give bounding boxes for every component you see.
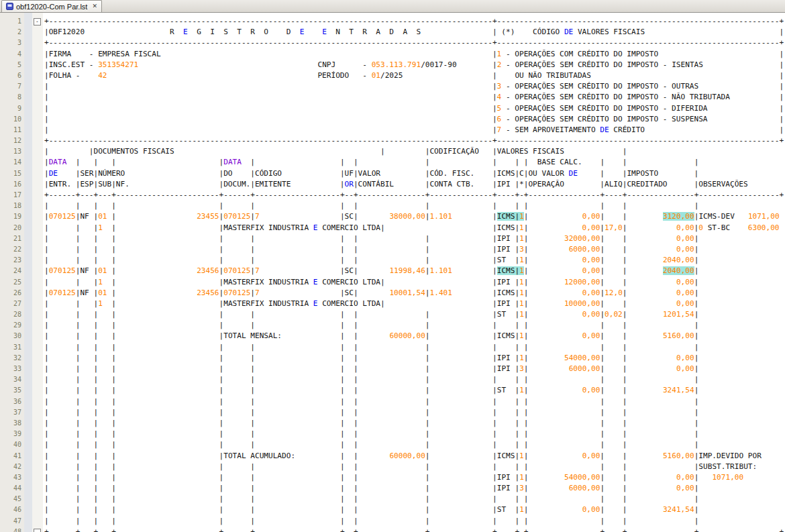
code-line[interactable]: | | | | | | | | | | | | | | | xyxy=(44,429,785,439)
code-line[interactable]: |OBF12020 R E G I S T R O D E E N T R A … xyxy=(44,27,785,38)
line-number: 16 xyxy=(0,179,21,190)
line-number: 21 xyxy=(0,233,21,244)
line-number: 11 xyxy=(0,125,21,136)
line-number: 37 xyxy=(0,407,21,418)
line-number: 9 xyxy=(0,103,21,114)
code-line[interactable]: |FOLHA - 42 PERÍODO - 01/2025 | OU NÃO T… xyxy=(44,70,785,81)
line-number: 5 xyxy=(0,60,21,70)
line-number: 13 xyxy=(0,146,21,157)
code-line[interactable]: | |4 - OPERAÇÕES SEM CRÉDITO DO IMPOSTO … xyxy=(44,92,785,103)
line-number: 45 xyxy=(0,494,21,504)
fold-collapse-icon[interactable]: - xyxy=(34,18,41,25)
code-line[interactable]: | | | | | | | | | | | | | | | xyxy=(44,516,785,527)
code-line[interactable]: | | |1 | |MASTERFIX INDUSTRIA E COMERCIO… xyxy=(44,223,785,233)
line-number: 6 xyxy=(0,70,21,81)
code-line[interactable]: | | | | | | | | | | | | | | | xyxy=(44,418,785,429)
line-number: 48 xyxy=(0,527,21,532)
code-line[interactable]: | |3 - OPERAÇÕES SEM CRÉDITO DO IMPOSTO … xyxy=(44,81,785,92)
editor: 1234567891011121314151617181920212223242… xyxy=(0,13,785,532)
code-line[interactable]: +---------------------------------------… xyxy=(44,136,785,146)
code-line[interactable]: | | | | | | | | | | | | | | | xyxy=(44,320,785,331)
code-line[interactable]: | | | | | | | | | |ST |1| 0,00| | 2040,0… xyxy=(44,255,785,266)
line-number: 43 xyxy=(0,472,21,483)
line-number: 25 xyxy=(0,277,21,288)
line-number: 10 xyxy=(0,114,21,125)
code-line[interactable]: | | | | |TOTAL MENSAL: | | 60000,00| |IC… xyxy=(44,331,785,341)
line-number: 46 xyxy=(0,504,21,515)
line-number: 2 xyxy=(0,27,21,38)
code-line[interactable]: | | |1 | |MASTERFIX INDUSTRIA E COMERCIO… xyxy=(44,277,785,288)
line-number: 41 xyxy=(0,451,21,462)
line-number: 24 xyxy=(0,266,21,276)
file-icon xyxy=(6,3,13,10)
code-line[interactable]: |070125|NF |01 | 23456|070125|7 |SC| 119… xyxy=(44,266,785,276)
bookmark-margin xyxy=(24,13,32,532)
line-number: 33 xyxy=(0,364,21,374)
code-line[interactable]: +------+---+---+-----------------------+… xyxy=(44,527,785,532)
code-line[interactable]: | | | | |TOTAL ACUMULADO: | | 60000,00| … xyxy=(44,451,785,462)
notepadpp-window: obf12020-Com Par.lst ✕ 12345678910111213… xyxy=(0,0,785,532)
line-number: 20 xyxy=(0,223,21,233)
code-line[interactable]: |INSC.EST - 351354271 CNPJ - 053.113.791… xyxy=(44,60,785,70)
line-number: 30 xyxy=(0,331,21,341)
code-line[interactable]: | | | | | | | | | |ST |1| 0,00| | 3241,5… xyxy=(44,385,785,396)
line-number: 15 xyxy=(0,168,21,179)
code-line[interactable]: | | | | | | | | | | | | | | | xyxy=(44,374,785,385)
code-line[interactable]: | | | | | | | | | |IPI |3| 6000,00| | 0,… xyxy=(44,244,785,255)
close-icon[interactable]: ✕ xyxy=(92,3,97,9)
code-line[interactable]: | | | | | | | | | |IPI |1| 32000,00| | 0… xyxy=(44,233,785,244)
code-line[interactable]: |ENTR. |ESP|SUB|NF. |DOCUM.|EMITENTE |OR… xyxy=(44,179,785,190)
line-number: 31 xyxy=(0,342,21,353)
line-number: 38 xyxy=(0,418,21,429)
line-number: 17 xyxy=(0,190,21,201)
fold-collapse-icon[interactable]: - xyxy=(34,529,41,532)
code-line[interactable]: |DATA | | | |DATA | | | | | | | BASE CAL… xyxy=(44,157,785,168)
tab-obf12020[interactable]: obf12020-Com Par.lst ✕ xyxy=(1,0,102,12)
code-line[interactable]: | |5 - OPERAÇÕES SEM CRÉDITO DO IMPOSTO … xyxy=(44,103,785,114)
code-line[interactable]: | | | | | | | | | | | | | | | xyxy=(44,342,785,353)
code-line[interactable]: | | | | | | | | | | | | | | | xyxy=(44,396,785,407)
code-line[interactable]: | | | | | | | | | | | | | | | xyxy=(44,439,785,450)
line-number: 12 xyxy=(0,136,21,146)
line-number: 34 xyxy=(0,374,21,385)
code-line[interactable]: | | | | | | | | | | | | | | |SUBST.TRIBU… xyxy=(44,462,785,472)
code-line[interactable]: | | | | | | | | | |ST |1| 0,00|0,02| 120… xyxy=(44,309,785,320)
code-line[interactable]: | | |1 | |MASTERFIX INDUSTRIA E COMERCIO… xyxy=(44,299,785,309)
line-number: 14 xyxy=(0,157,21,168)
line-number: 29 xyxy=(0,320,21,331)
line-number: 23 xyxy=(0,255,21,266)
line-number: 40 xyxy=(0,439,21,450)
line-number: 44 xyxy=(0,483,21,494)
line-number: 28 xyxy=(0,309,21,320)
code-line[interactable]: | | | | | | | | | | | | | | | xyxy=(44,201,785,211)
code-line[interactable]: |FIRMA - EMPRESA FISCAL |1 - OPERAÇÕES C… xyxy=(44,49,785,60)
code-line[interactable]: |070125|NF |01 | 23456|070125|7 |SC| 100… xyxy=(44,288,785,299)
code-line[interactable]: | | | | | | | | | |IPI |1| 54000,00| | 0… xyxy=(44,472,785,483)
code-line[interactable]: |DE |SER|NÚMERO |DO |CÓDIGO |UF|VALOR |C… xyxy=(44,168,785,179)
line-number: 4 xyxy=(0,49,21,60)
code-line[interactable]: +---------------------------------------… xyxy=(44,16,785,27)
code-line[interactable]: | |7 - SEM APROVEITAMENTO DE CRÉDITO | xyxy=(44,125,785,136)
code-line[interactable]: | | | | | | | | | |IPI |3| 6000,00| | 0,… xyxy=(44,364,785,374)
code-line[interactable]: | | | | | | | | | | | | | | | xyxy=(44,494,785,504)
tab-bar: obf12020-Com Par.lst ✕ xyxy=(0,0,785,13)
code-line[interactable]: | | | | | | | | | |IPI |1| 54000,00| | 0… xyxy=(44,353,785,364)
line-number: 22 xyxy=(0,244,21,255)
text-area[interactable]: +---------------------------------------… xyxy=(43,13,785,532)
line-number: 1 xyxy=(0,16,21,27)
line-number: 8 xyxy=(0,92,21,103)
code-line[interactable]: | |6 - OPERAÇÕES SEM CRÉDITO DO IMPOSTO … xyxy=(44,114,785,125)
line-number: 39 xyxy=(0,429,21,439)
code-line[interactable]: |070125|NF |01 | 23455|070125|7 |SC| 380… xyxy=(44,211,785,222)
code-line[interactable]: | | | | | | | | | | | | | | | xyxy=(44,407,785,418)
line-number-gutter: 1234567891011121314151617181920212223242… xyxy=(0,13,24,532)
code-line[interactable]: +------+---+---+-----------------------+… xyxy=(44,190,785,201)
line-number: 47 xyxy=(0,516,21,527)
code-line[interactable]: | | | | | | | | | |ST |1| 0,00| | 3241,5… xyxy=(44,504,785,515)
line-number: 3 xyxy=(0,38,21,48)
code-line[interactable]: +---------------------------------------… xyxy=(44,38,785,48)
code-line[interactable]: | | | | | | | | | |IPI |3| 6000,00| | 0,… xyxy=(44,483,785,494)
fold-margin: -- xyxy=(32,13,43,532)
code-line[interactable]: | |DOCUMENTOS FISCAIS | |CODIFICAÇÃO |VA… xyxy=(44,146,785,157)
line-number: 35 xyxy=(0,385,21,396)
